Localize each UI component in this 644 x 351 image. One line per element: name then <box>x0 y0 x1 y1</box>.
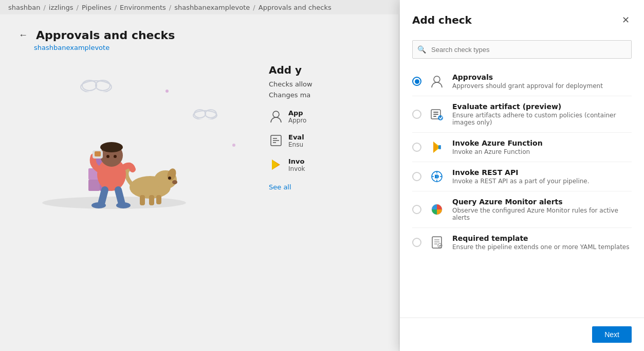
query-azure-monitor-desc: Observe the configured Azure Monitor rul… <box>452 207 632 221</box>
svg-point-28 <box>91 202 106 208</box>
evaluate-artifact-desc: Ensure artifacts adhere to custom polici… <box>452 112 632 126</box>
illustration-svg <box>32 79 196 213</box>
svg-rect-42 <box>438 145 441 149</box>
svg-marker-33 <box>272 160 278 170</box>
add-check-panel: Add check ✕ 🔍 Approvals Approvers should… <box>400 0 644 351</box>
invoke-rest-api-desc: Invoke a REST API as a part of your pipe… <box>452 178 632 185</box>
invoke-rest-api-icon <box>429 168 445 185</box>
breadcrumb-item-environments[interactable]: Environments <box>120 4 166 11</box>
breadcrumb-item-izzlings[interactable]: izzlings <box>49 4 73 11</box>
search-input[interactable] <box>412 40 632 59</box>
panel-title: Add check <box>412 14 472 26</box>
search-box: 🔍 <box>412 40 632 59</box>
required-template-icon <box>429 234 445 251</box>
invoke-azure-function-icon <box>429 139 445 155</box>
breadcrumb-item-pipelines[interactable]: Pipelines <box>82 4 112 11</box>
page-subtitle[interactable]: shashbanexamplevote <box>34 44 382 51</box>
svg-rect-12 <box>140 195 145 205</box>
add-y-title: Add y <box>269 64 382 76</box>
dot-decoration-2 <box>232 144 235 147</box>
checks-allow-text: Checks allow <box>269 80 382 88</box>
svg-point-23 <box>102 144 111 150</box>
required-template-name: Required template <box>452 234 632 242</box>
changes-text: Changes ma <box>269 91 382 99</box>
next-button[interactable]: Next <box>592 326 632 343</box>
invoke-icon <box>269 157 283 172</box>
check-type-list: Approvals Approvers should grant approva… <box>400 67 644 318</box>
invoke-azure-function-desc: Invoke an Azure Function <box>452 148 632 155</box>
svg-rect-27 <box>95 151 101 156</box>
breadcrumb-item-shashban[interactable]: shashban <box>8 4 40 11</box>
evaluate-artifact-name: Evaluate artifact (preview) <box>452 102 632 111</box>
svg-point-24 <box>106 155 109 158</box>
panel-header: Add check ✕ <box>400 0 644 36</box>
svg-rect-38 <box>433 116 436 117</box>
approvals-icon <box>269 109 283 124</box>
evaluate-artifact-type-icon <box>429 106 445 122</box>
list-item-invoke: Invo Invok <box>269 157 382 172</box>
svg-point-10 <box>172 180 177 184</box>
page-title: Approvals and checks <box>36 29 175 42</box>
check-row-evaluate-artifact[interactable]: Evaluate artifact (preview) Ensure artif… <box>412 96 632 133</box>
radio-evaluate-artifact[interactable] <box>412 110 421 119</box>
check-row-invoke-rest-api[interactable]: Invoke REST API Invoke a REST API as a p… <box>412 162 632 191</box>
svg-point-34 <box>434 76 440 82</box>
approvals-desc: Approvers should grant approval for depl… <box>452 82 632 90</box>
list-item-approvals: App Appro <box>269 109 382 124</box>
invoke-azure-function-name: Invoke Azure Function <box>452 139 632 147</box>
invoke-rest-api-name: Invoke REST API <box>452 168 632 177</box>
approvals-name: Approvals <box>452 73 632 81</box>
svg-rect-15 <box>88 180 100 191</box>
radio-required-template[interactable] <box>412 238 421 247</box>
main-panel: ← Approvals and checks shashbanexamplevo… <box>0 14 398 351</box>
radio-invoke-azure-function[interactable] <box>412 143 421 152</box>
svg-point-39 <box>438 115 443 120</box>
breadcrumb-item-vote[interactable]: shashbanexamplevote <box>174 4 250 11</box>
svg-rect-13 <box>149 195 154 205</box>
query-azure-monitor-name: Query Azure Monitor alerts <box>452 198 632 206</box>
radio-approvals[interactable] <box>412 77 421 86</box>
close-button[interactable]: ✕ <box>620 12 632 28</box>
svg-point-6 <box>42 197 186 209</box>
radio-query-azure-monitor[interactable] <box>412 205 421 214</box>
eval-icon <box>269 133 283 148</box>
svg-point-25 <box>114 155 117 158</box>
panel-footer: Next <box>400 318 644 351</box>
breadcrumb-item-current: Approvals and checks <box>259 4 332 11</box>
check-row-approvals[interactable]: Approvals Approvers should grant approva… <box>412 67 632 96</box>
check-row-invoke-azure-function[interactable]: Invoke Azure Function Invoke an Azure Fu… <box>412 133 632 162</box>
approvals-type-icon <box>429 73 445 90</box>
check-row-query-azure-monitor[interactable]: Query Azure Monitor alerts Observe the c… <box>412 191 632 228</box>
back-button[interactable]: ← <box>16 29 30 42</box>
content-right-panel: Add y Checks allow Changes ma App Appro <box>269 64 382 191</box>
breadcrumb: shashban / izzlings / Pipelines / Enviro… <box>0 0 398 14</box>
check-row-required-template[interactable]: Required template Ensure the pipeline ex… <box>412 228 632 257</box>
svg-rect-36 <box>433 112 438 113</box>
illustration-area: Add y Checks allow Changes ma App Appro <box>16 64 382 229</box>
svg-point-29 <box>116 202 131 208</box>
list-item-eval: Eval Ensu <box>269 133 382 148</box>
radio-invoke-rest-api[interactable] <box>412 172 421 181</box>
svg-point-11 <box>168 177 171 180</box>
search-icon: 🔍 <box>417 45 426 54</box>
svg-rect-14 <box>156 195 161 204</box>
query-azure-monitor-icon <box>429 201 445 218</box>
svg-point-30 <box>273 111 279 117</box>
see-all-link[interactable]: See all <box>269 183 291 191</box>
required-template-desc: Ensure the pipeline extends one or more … <box>452 243 632 251</box>
svg-rect-37 <box>433 114 438 115</box>
svg-marker-41 <box>433 142 438 153</box>
